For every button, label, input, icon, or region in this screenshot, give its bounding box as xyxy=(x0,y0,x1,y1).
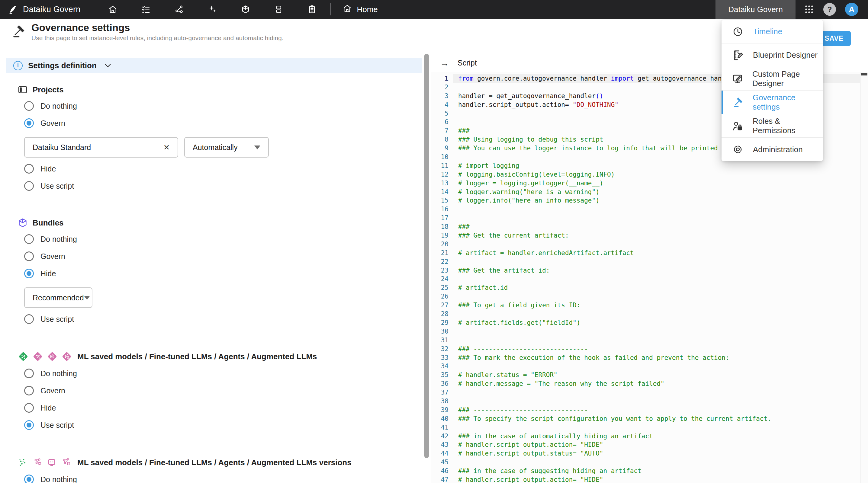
menu-item-blueprint-designer[interactable]: Blueprint Designer xyxy=(721,43,823,67)
code-line-content: # logging.basicConfig(level=logging.INFO… xyxy=(453,170,860,179)
code-line: 19 ### Get the current artifact: xyxy=(431,231,860,240)
code-line: 15 # logger.info("here an info message") xyxy=(431,196,860,205)
radio-button[interactable] xyxy=(24,403,34,413)
menu-item-administration[interactable]: Administration xyxy=(721,138,823,161)
section-bundles: Bundles Do nothing Govern Hide Recommend… xyxy=(6,206,422,339)
section-projects: Projects Do nothing Govern Dataiku Stand… xyxy=(6,73,422,206)
code-line-content: # artifact.fields.get("fieldId") xyxy=(453,319,860,327)
editor-scrollbar[interactable] xyxy=(860,72,868,483)
panel-scrollbar[interactable] xyxy=(424,54,429,475)
radio-button[interactable] xyxy=(24,314,34,324)
gavel-icon xyxy=(732,97,744,108)
agent-icon xyxy=(46,351,58,362)
radio-label: Use script xyxy=(40,315,74,324)
tab-home-label: Home xyxy=(357,5,377,14)
radio-option-projects-0[interactable]: Do nothing xyxy=(24,100,77,112)
line-number: 34 xyxy=(431,362,453,371)
radio-option-bundles-0[interactable]: Do nothing xyxy=(24,233,77,245)
sparkles-icon[interactable] xyxy=(196,5,229,14)
radio-button[interactable] xyxy=(24,269,34,278)
radio-option-ml-models-1[interactable]: Govern xyxy=(24,385,65,397)
code-line: 31 xyxy=(431,336,860,345)
line-number: 41 xyxy=(431,423,453,432)
radio-button[interactable] xyxy=(24,164,34,173)
line-number: 1 xyxy=(431,74,453,83)
menu-item-label: Custom Page Designer xyxy=(752,69,823,88)
clear-icon[interactable]: ✕ xyxy=(163,143,170,152)
radio-option-bundles-3[interactable]: Use script xyxy=(24,313,74,325)
radio-button[interactable] xyxy=(24,101,34,111)
help-icon[interactable]: ? xyxy=(823,3,836,16)
projects-mode-select[interactable]: Automatically xyxy=(184,137,269,158)
code-line: 24 xyxy=(431,275,860,284)
cards-icon[interactable] xyxy=(262,5,296,14)
code-line-content xyxy=(453,362,860,371)
radio-option-ml-models-0[interactable]: Do nothing xyxy=(24,367,77,380)
tab-home[interactable]: Home xyxy=(331,0,390,19)
radio-button[interactable] xyxy=(24,252,34,261)
radio-option-bundles-2[interactable]: Hide xyxy=(24,267,56,280)
radio-label: Do nothing xyxy=(40,475,77,483)
radio-button[interactable] xyxy=(24,368,34,378)
menu-item-governance-settings[interactable]: Governance settings xyxy=(721,91,823,114)
app-switcher-button[interactable]: Dataiku Govern xyxy=(715,0,796,19)
menu-item-timeline[interactable]: Timeline xyxy=(721,20,823,43)
line-number: 9 xyxy=(431,144,453,153)
bundles-mode-select[interactable]: Recommended xyxy=(24,287,92,308)
code-line: 32 ### ------------------------------ xyxy=(431,345,860,354)
radio-option-ml-versions-0[interactable]: Do nothing xyxy=(24,473,77,483)
saved-model-icon xyxy=(18,351,29,362)
line-number: 24 xyxy=(431,275,453,284)
settings-definition-header[interactable]: i Settings definition xyxy=(6,58,422,73)
menu-item-label: Blueprint Designer xyxy=(753,51,817,60)
avatar[interactable]: A xyxy=(845,3,858,16)
caret-down-icon xyxy=(254,146,260,150)
scrollbar-thumb[interactable] xyxy=(424,54,429,458)
cube-icon[interactable] xyxy=(229,5,262,14)
code-line: 37 xyxy=(431,388,860,397)
code-line: 22 xyxy=(431,258,860,266)
home-icon[interactable] xyxy=(96,5,129,14)
code-line-content: ### in the case of automatically hiding … xyxy=(453,432,860,441)
code-line-content xyxy=(453,327,860,336)
radio-button[interactable] xyxy=(24,181,34,191)
arrow-right-icon[interactable]: → xyxy=(440,59,449,68)
radio-option-bundles-1[interactable]: Govern xyxy=(24,250,65,262)
code-line-content: # artifact.id xyxy=(453,284,860,292)
line-number: 28 xyxy=(431,310,453,319)
code-line-content xyxy=(453,310,860,319)
network-icon[interactable] xyxy=(162,5,196,14)
radio-label: Do nothing xyxy=(40,369,77,378)
top-navbar: Dataiku Govern Home Dataiku Govern ? A xyxy=(0,0,868,19)
editor-scrollbar-thumb[interactable] xyxy=(861,73,867,75)
menu-item-custom-page-designer[interactable]: Custom Page Designer xyxy=(721,67,823,91)
menu-item-roles-permissions[interactable]: Roles & Permissions xyxy=(721,114,823,138)
clipboard-icon[interactable] xyxy=(296,5,329,14)
app-switcher-label: Dataiku Govern xyxy=(728,5,783,14)
section-title-label: ML saved models / Fine-tuned LLMs / Agen… xyxy=(77,352,317,361)
radio-button[interactable] xyxy=(24,475,34,483)
custom-page-icon xyxy=(732,73,743,85)
code-line-content: # handler.status = "ERROR" xyxy=(453,371,860,380)
line-number: 47 xyxy=(431,476,453,483)
checklist-icon[interactable] xyxy=(129,5,162,14)
code-line: 27 ### To get a field given its ID: xyxy=(431,301,860,310)
radio-option-projects-2[interactable]: Hide xyxy=(24,163,56,175)
line-number: 43 xyxy=(431,441,453,449)
blueprint-icon xyxy=(732,50,744,61)
line-number: 5 xyxy=(431,109,453,118)
radio-option-ml-models-3[interactable]: Use script xyxy=(24,419,74,431)
projects-value-input[interactable]: Dataiku Standard ✕ xyxy=(24,137,178,158)
menu-item-label: Governance settings xyxy=(753,93,823,112)
radio-button[interactable] xyxy=(24,420,34,430)
line-number: 12 xyxy=(431,170,453,179)
radio-option-projects-1[interactable]: Govern xyxy=(24,117,65,129)
code-line: 40 ### To specify the script configurati… xyxy=(431,415,860,423)
apps-grid-icon[interactable] xyxy=(804,4,814,14)
radio-option-projects-3[interactable]: Use script xyxy=(24,180,74,192)
radio-button[interactable] xyxy=(24,234,34,244)
radio-button[interactable] xyxy=(24,386,34,395)
radio-option-ml-models-2[interactable]: Hide xyxy=(24,402,56,414)
code-line: 16 xyxy=(431,205,860,214)
radio-button[interactable] xyxy=(24,118,34,128)
